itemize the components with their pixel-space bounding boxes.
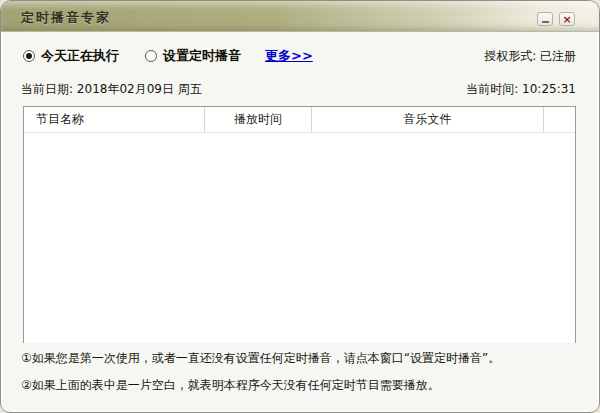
app-window: 定时播音专家 × 今天正在执行 设置定时播音 更多>> 授权形式: 已注册 当前… [0,0,600,413]
column-header-play-time: 播放时间 [205,107,312,132]
radio-today-label: 今天正在执行 [41,47,119,65]
title-bar[interactable]: 定时播音专家 × [1,1,599,32]
radio-set-schedule[interactable]: 设置定时播音 [145,47,241,65]
note-line-2: ②如果上面的表中是一片空白，就表明本程序今天没有任何定时节目需要播放。 [21,377,585,394]
minimize-button[interactable] [537,12,553,26]
current-time: 当前时间: 10:25:31 [466,81,576,98]
column-header-extra [544,107,575,132]
radio-selected-icon[interactable] [23,50,35,62]
close-button[interactable]: × [559,12,575,26]
close-icon: × [562,14,571,25]
note-line-1: ①如果您是第一次使用，或者一直还没有设置任何定时播音，请点本窗口“设置定时播音”… [21,350,585,367]
column-header-music-file: 音乐文件 [312,107,544,132]
current-date: 当前日期: 2018年02月09日 周五 [21,81,202,98]
table-body-empty[interactable] [24,133,575,343]
table-header: 节目名称 播放时间 音乐文件 [24,107,575,133]
radio-schedule-label: 设置定时播音 [163,47,241,65]
column-header-program-name: 节目名称 [24,107,205,132]
radio-unselected-icon[interactable] [145,50,157,62]
minimize-icon [542,21,549,23]
schedule-table: 节目名称 播放时间 音乐文件 [23,106,576,343]
option-row: 今天正在执行 设置定时播音 更多>> 授权形式: 已注册 [23,47,576,65]
window-title: 定时播音专家 [21,9,111,27]
more-link[interactable]: 更多>> [265,47,313,65]
license-status: 授权形式: 已注册 [484,48,576,65]
radio-today-executing[interactable]: 今天正在执行 [23,47,119,65]
status-row: 当前日期: 2018年02月09日 周五 当前时间: 10:25:31 [21,81,576,97]
